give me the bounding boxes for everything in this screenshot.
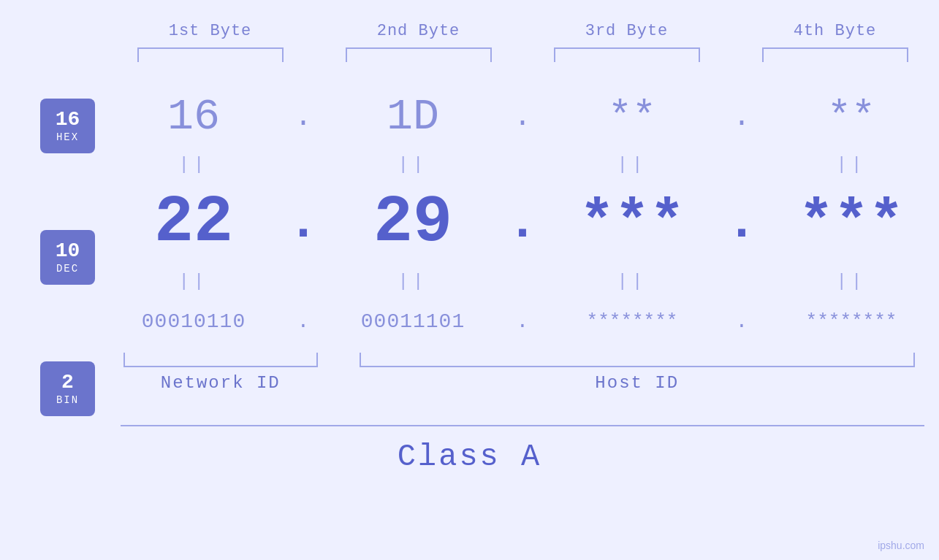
dec-b3-cell: *** xyxy=(544,190,720,256)
hex-b2-cell: 1D xyxy=(325,92,501,142)
dec-badge-number: 10 xyxy=(56,241,80,261)
dec-b2-cell: 29 xyxy=(325,185,501,260)
eq2-b1: || xyxy=(106,272,281,291)
byte-headers: 1st Byte 2nd Byte 3rd Byte 4th Byte xyxy=(0,22,939,40)
bin-b4-value: ******** xyxy=(806,310,897,332)
main-container: 1st Byte 2nd Byte 3rd Byte 4th Byte 16 H… xyxy=(0,0,939,560)
hex-dot-2-char: . xyxy=(514,101,531,134)
byte3-header: 3rd Byte xyxy=(522,22,731,40)
bracket-seg-3 xyxy=(522,47,731,62)
bracket-top-4 xyxy=(762,47,908,62)
host-bracket-wrap xyxy=(335,353,940,367)
dec-b4-cell: *** xyxy=(764,190,939,256)
badges-column: 16 HEX 10 DEC 2 BIN xyxy=(0,99,106,416)
bin-dot-2-char: . xyxy=(517,310,529,333)
network-bracket-wrap xyxy=(106,353,335,367)
values-area: 16 . 1D . ** . ** xyxy=(106,84,939,393)
eq1-b2: || xyxy=(325,155,501,174)
hex-dot-2: . xyxy=(501,101,544,134)
bin-dot-3-char: . xyxy=(736,310,748,333)
hex-badge-label: HEX xyxy=(56,131,79,143)
bin-b2-value: 00011101 xyxy=(361,310,465,333)
byte4-header: 4th Byte xyxy=(731,22,939,40)
bin-badge-number: 2 xyxy=(61,372,74,393)
eq1-b4: || xyxy=(764,155,939,174)
equals-row-2: || || || || xyxy=(106,266,939,296)
hex-row: 16 . 1D . ** . ** xyxy=(106,84,939,150)
network-id-label: Network ID xyxy=(106,373,335,393)
bin-dot-3: . xyxy=(720,310,764,333)
dec-dot-1-char: . xyxy=(288,194,319,252)
hex-b1-value: 16 xyxy=(167,92,220,142)
bin-b3-cell: ******** xyxy=(544,310,720,332)
bin-b1-value: 00010110 xyxy=(142,310,246,333)
bracket-top-1 xyxy=(137,47,284,62)
network-id-bracket xyxy=(123,353,318,367)
eq1-b3: || xyxy=(544,155,720,174)
class-row: Class A xyxy=(0,440,939,475)
dec-row: 22 . 29 . *** . *** xyxy=(106,179,939,266)
bin-badge: 2 BIN xyxy=(40,361,95,416)
bin-dot-2: . xyxy=(501,310,544,333)
bin-badge-label: BIN xyxy=(56,394,79,406)
bin-dot-1-char: . xyxy=(297,310,310,333)
bin-row: 00010110 . 00011101 . ******** . xyxy=(106,296,939,347)
hex-b3-cell: ** xyxy=(544,94,720,140)
dec-dot-3-char: . xyxy=(726,194,757,252)
hex-dot-3: . xyxy=(720,101,764,134)
host-id-bracket xyxy=(360,353,915,367)
class-label: Class A xyxy=(398,440,541,475)
hex-dot-1: . xyxy=(281,101,325,134)
hex-b4-value: ** xyxy=(827,94,875,140)
dec-badge: 10 DEC xyxy=(40,230,95,285)
bin-b2-cell: 00011101 xyxy=(325,310,501,333)
full-bottom-bracket xyxy=(121,425,924,426)
dec-b3-value: *** xyxy=(579,190,685,256)
hex-b4-cell: ** xyxy=(764,94,939,140)
bin-b4-cell: ******** xyxy=(764,310,939,332)
hex-dot-1-char: . xyxy=(294,101,312,134)
dec-dot-3: . xyxy=(720,194,764,252)
id-labels-row: Network ID Host ID xyxy=(106,373,939,393)
eq2-b3: || xyxy=(544,272,720,291)
content-area: 16 HEX 10 DEC 2 BIN 16 . xyxy=(0,84,939,416)
bin-b1-cell: 00010110 xyxy=(106,310,281,333)
bracket-seg-2 xyxy=(314,47,522,62)
dec-b2-value: 29 xyxy=(373,185,452,260)
byte2-header: 2nd Byte xyxy=(314,22,522,40)
hex-dot-3-char: . xyxy=(733,101,750,134)
eq2-b4: || xyxy=(764,272,939,291)
eq1-b1: || xyxy=(106,155,281,174)
hex-badge: 16 HEX xyxy=(40,99,95,153)
bracket-top-3 xyxy=(554,47,700,62)
dec-b1-value: 22 xyxy=(154,185,233,260)
dec-b4-value: *** xyxy=(799,190,904,256)
eq2-b2: || xyxy=(325,272,501,291)
byte1-header: 1st Byte xyxy=(106,22,314,40)
dec-b1-cell: 22 xyxy=(106,185,281,260)
bin-b3-value: ******** xyxy=(587,310,678,332)
hex-b2-value: 1D xyxy=(387,92,439,142)
host-id-label: Host ID xyxy=(335,373,940,393)
bottom-brackets xyxy=(106,353,939,367)
hex-badge-number: 16 xyxy=(56,110,80,130)
hex-b1-cell: 16 xyxy=(106,92,281,142)
dec-badge-label: DEC xyxy=(56,263,79,275)
dec-dot-2-char: . xyxy=(507,194,538,252)
equals-row-1: || || || || xyxy=(106,150,939,179)
bracket-top-2 xyxy=(346,47,492,62)
top-brackets xyxy=(0,47,939,62)
dec-dot-1: . xyxy=(281,194,325,252)
hex-b3-value: ** xyxy=(608,94,656,140)
bin-dot-1: . xyxy=(281,310,325,333)
bracket-seg-1 xyxy=(106,47,314,62)
bracket-seg-4 xyxy=(731,47,939,62)
dec-dot-2: . xyxy=(501,194,544,252)
watermark: ipshu.com xyxy=(878,540,924,551)
